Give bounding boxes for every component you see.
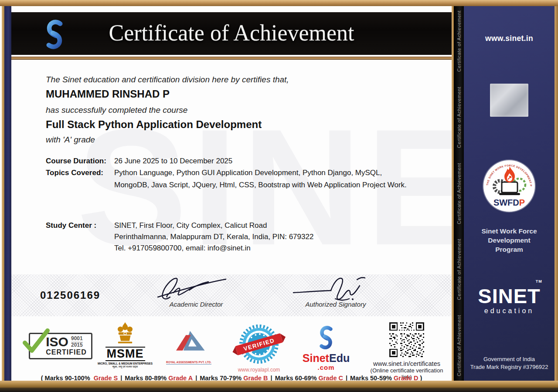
strip-text: Certificate of Achievement [456, 163, 462, 224]
iso-certified-logo: ISO 9001 2015 CERTIFIED [23, 333, 92, 359]
completed-line: has successfully completed the course [46, 105, 187, 115]
certifies-line: The Sinet education and certification di… [46, 75, 289, 84]
accreditation-logos-row: ISO 9001 2015 CERTIFIED [11, 321, 452, 375]
study-center-line1: SINET, First Floor, City Complex, Calicu… [114, 221, 267, 230]
registry-line1: Government of India [464, 355, 555, 363]
verified-badge-logo: VERIFIED www.royalapl.com [228, 324, 289, 373]
legend-grade-2: Grade B [243, 375, 268, 381]
student-name: MUHAMMED RINSHAD P [46, 88, 170, 100]
royalapl-site: www.royalapl.com [228, 367, 289, 373]
verification-link: www.sinet.in/certificates [365, 360, 448, 367]
legend-open-paren: ( [41, 375, 45, 381]
legend-sep: | [195, 375, 197, 381]
svg-text:SWFDP: SWFDP [493, 198, 525, 207]
authorized-signatory-signature-icon [290, 274, 381, 303]
legend-marks-1: Marks 80-89% [125, 375, 167, 381]
brand-name: SINETTM [478, 286, 540, 306]
legend-grade-0: Grade S [94, 375, 118, 381]
vertical-title-strip: Certificate of Achievement Certificate o… [454, 6, 464, 381]
registry-line2: Trade Mark Registry #3796922 [464, 363, 555, 371]
royal-assessments-logo: ROYAL ASSESSMENTS PVT. LTD. [165, 329, 213, 365]
legend-grade-3: Grade C [319, 375, 343, 381]
signature-band: 012506169 Academic Director [11, 274, 452, 316]
certificate-header-band: Certificate of Achievement [11, 12, 452, 55]
swfdp-caption-line3: Program [464, 245, 555, 254]
legend-marks-0: Marks 90-100% [45, 375, 90, 381]
trademark-registry: Government of India Trade Mark Registry … [464, 355, 555, 371]
royal-triangle-icon [170, 329, 208, 355]
legend-marks-4: Marks 50-59% [350, 375, 392, 381]
strip-text: Certificate of Achievement [456, 87, 462, 148]
sinetedu-dotcom: .com [296, 364, 357, 371]
course-duration-value: 26 June 2025 to 10 December 2025 [114, 157, 232, 166]
brand-sub: education [464, 307, 555, 315]
legend-marks-3: Marks 60-69% [275, 375, 317, 381]
authorized-signatory-label: Authorized Signatory [288, 301, 384, 308]
strip-text: Certificate of Achievement [456, 239, 462, 300]
topics-label: Topics Covered: [46, 169, 103, 177]
academic-director-signature: Academic Director [148, 274, 244, 308]
topics-line2: MongoDB, Java Script, JQuery, Html, CSS,… [114, 181, 407, 189]
qr-verification-block: www.sinet.in/certificates (Online certif… [365, 322, 448, 380]
sinetedu-name-navy: Edu [329, 352, 350, 364]
right-sidebar: www.sinet.in THE SINET WORK FORCE DEVELO… [464, 6, 555, 381]
verified-badge-icon: VERIFIED [231, 324, 287, 364]
hologram-sticker [490, 84, 528, 117]
gold-frame-top [0, 0, 558, 6]
authorized-signatory-signature: Authorized Signatory [288, 274, 384, 308]
study-center-label: Study Center : [46, 221, 96, 230]
trademark-symbol: TM [536, 280, 542, 284]
qr-code-icon [389, 322, 424, 357]
navy-edge-strip [4, 6, 11, 381]
swfdp-caption-line2: Development [464, 236, 555, 245]
topics-line1: Python Language, Python GUI Application … [114, 169, 382, 177]
certificate-number: 012506169 [40, 289, 100, 301]
certificate-body: SINET Certificate of Achievement The Sin… [11, 6, 452, 381]
gold-frame-right [555, 6, 558, 381]
swfdp-logo: THE SINET WORK FORCE DEVELOPMENT PROGRAM… [483, 160, 535, 212]
sinet-education-brand: SINETTM education [464, 286, 555, 315]
course-name: Full Stack Python Application Developmen… [46, 118, 262, 131]
sinetedu-s-icon [314, 325, 338, 350]
sinet-website: www.sinet.in [464, 34, 555, 43]
brand-name-text: SINET [478, 284, 540, 308]
msme-caption-en: MICRO, SMALL & MEDIUM ENTERPRISES [97, 362, 153, 365]
strip-text: Certificate of Achievement [456, 10, 462, 72]
msme-wordmark: MSME [105, 347, 145, 361]
grade-legend: ( Marks 90-100% Grade S|Marks 80-89% Gra… [11, 375, 452, 381]
msme-logo: MSME MICRO, SMALL & MEDIUM ENTERPRISES स… [97, 321, 153, 368]
legend-sep: | [120, 375, 122, 381]
study-center-line3: Tel. +917059800700, email: info@sinet.in [114, 244, 251, 253]
swfdp-caption-line1: Sinet Work Force [464, 226, 555, 236]
photo-edge-shadow [0, 388, 558, 392]
swfdp-acronym-main: SWFD [493, 198, 519, 207]
royal-caption: ROYAL ASSESSMENTS PVT. LTD. [166, 361, 211, 365]
iso-green-check-icon [21, 327, 50, 356]
gold-rule [11, 56, 452, 60]
legend-close-paren: ) [418, 375, 422, 381]
sinetedu-logo: SinetEdu .com [296, 325, 357, 371]
legend-marks-2: Marks 70-79% [200, 375, 242, 381]
grade-line: with 'A' grade [46, 135, 95, 145]
ashoka-emblem-icon [116, 321, 135, 344]
study-center-line2: Perinthalmanna, Malappuram DT, Kerala, I… [114, 233, 313, 241]
msme-caption-hi: सूक्ष्म, लघु एवं मध्यम उद्यम [97, 365, 153, 368]
legend-grade-4: Grade D [394, 375, 418, 381]
sinetedu-name-red: Sinet [303, 352, 329, 364]
gold-frame-bottom [0, 381, 558, 388]
academic-director-label: Academic Director [148, 301, 244, 308]
legend-sep: | [346, 375, 347, 381]
swfdp-logo-icon: THE SINET WORK FORCE DEVELOPMENT PROGRAM… [483, 160, 535, 212]
legend-sep: | [271, 375, 272, 381]
legend-grade-1: Grade A [168, 375, 193, 381]
iso-year: 2015 [71, 342, 83, 348]
strip-text: Certificate of Achievement [456, 315, 462, 376]
iso-standard: 9001 [71, 336, 83, 342]
academic-director-signature-icon [153, 274, 240, 303]
course-duration-label: Course Duration: [46, 157, 106, 166]
certificate-title: Certificate of Achievement [11, 20, 452, 46]
swfdp-acronym-accent: P [519, 198, 525, 207]
iso-certified-label: CERTIFIED [46, 348, 86, 356]
swfdp-caption: Sinet Work Force Development Program [464, 226, 555, 254]
